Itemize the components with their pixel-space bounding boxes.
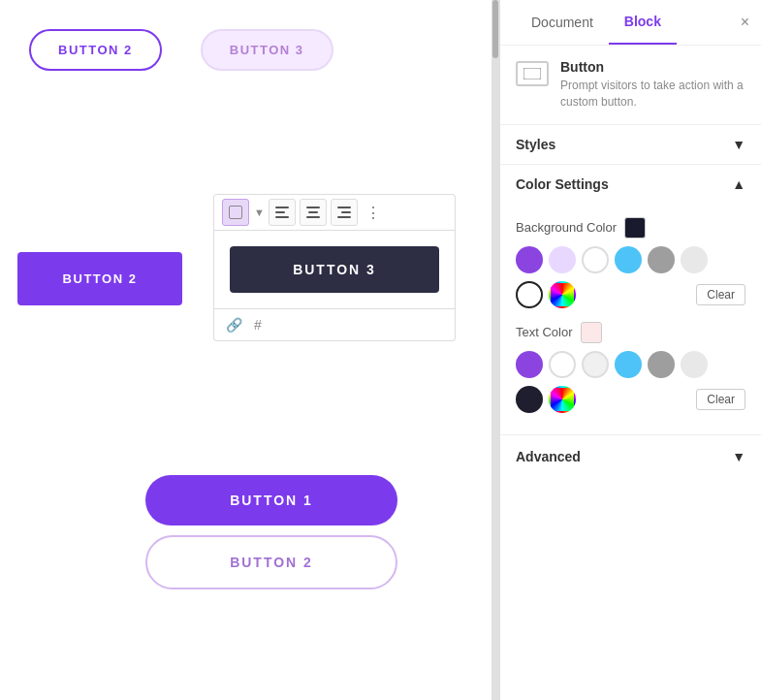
toolbar-dropdown-arrow[interactable]: ▼ — [254, 207, 265, 218]
panel-tabs: Document Block × — [500, 0, 761, 46]
bg-color-lavender[interactable] — [549, 246, 576, 273]
text-color-gray[interactable] — [648, 351, 675, 378]
advanced-chevron-icon: ▼ — [732, 449, 745, 464]
advanced-section-header[interactable]: Advanced ▼ — [500, 435, 761, 478]
left-sidebar-btn-wrap: BUTTON 2 — [17, 252, 182, 305]
block-description: Prompt visitors to take action with a cu… — [560, 78, 745, 111]
block-info-text: Button Prompt visitors to take action wi… — [560, 59, 745, 111]
editor-toolbar: ▼ ⋮ — [213, 194, 456, 230]
bg-color-swatch[interactable] — [624, 217, 646, 239]
styles-section-header[interactable]: Styles ▼ — [500, 125, 761, 165]
text-color-white[interactable] — [549, 351, 576, 378]
text-color-row-1 — [516, 351, 745, 378]
text-color-purple[interactable] — [516, 351, 543, 378]
styles-label: Styles — [516, 137, 555, 152]
text-color-rainbow[interactable] — [549, 386, 576, 413]
text-color-swatch[interactable] — [581, 322, 602, 343]
toolbar-align-left[interactable] — [269, 199, 296, 226]
toolbar-square-icon[interactable] — [222, 199, 249, 226]
hash-symbol: # — [254, 317, 262, 333]
block-icon — [516, 61, 549, 86]
bg-color-white[interactable] — [582, 246, 609, 273]
svg-rect-8 — [337, 216, 351, 218]
close-button[interactable]: × — [741, 14, 749, 31]
right-panel: Document Block × Button Prompt visitors … — [499, 0, 761, 700]
bg-color-lightgray[interactable] — [681, 246, 708, 273]
svg-rect-3 — [306, 207, 320, 208]
editor-footer: 🔗 # — [213, 309, 456, 341]
text-color-dark[interactable] — [516, 386, 543, 413]
bg-color-rainbow[interactable] — [549, 281, 576, 308]
svg-rect-1 — [275, 211, 285, 213]
text-color-offwhite[interactable] — [582, 351, 609, 378]
tab-block[interactable]: Block — [609, 0, 677, 45]
tab-document[interactable]: Document — [516, 1, 609, 44]
toolbar-align-right[interactable] — [331, 199, 358, 226]
block-info: Button Prompt visitors to take action wi… — [500, 46, 761, 125]
svg-rect-4 — [308, 211, 318, 213]
button2-outline-large[interactable]: BUTTON 2 — [145, 535, 397, 589]
text-color-row-2: Clear — [516, 386, 745, 413]
bg-color-gray[interactable] — [648, 246, 675, 273]
text-color-label: Text Color — [516, 322, 745, 343]
editor-block-wrap: ▼ ⋮ BUTTON 3 🔗 # — [213, 194, 456, 341]
svg-rect-6 — [337, 207, 351, 208]
toolbar-more-options[interactable]: ⋮ — [362, 201, 385, 224]
link-icon[interactable]: 🔗 — [226, 317, 242, 333]
editor-content: BUTTON 3 — [213, 230, 456, 309]
advanced-label: Advanced — [516, 449, 581, 464]
button2-outline[interactable]: BUTTON 2 — [29, 29, 162, 71]
button2-solid-left[interactable]: BUTTON 2 — [17, 252, 182, 305]
color-settings-label: Color Settings — [516, 176, 609, 192]
button1-purple-large[interactable]: BUTTON 1 — [145, 475, 397, 525]
svg-rect-9 — [523, 68, 541, 80]
bg-color-label: Background Color — [516, 217, 745, 239]
button3-dark[interactable]: BUTTON 3 — [230, 246, 439, 293]
color-settings-body: Background Color Clear Text Color — [500, 204, 761, 435]
button3-ghost[interactable]: BUTTON 3 — [201, 29, 333, 71]
canvas-area: BUTTON 2 BUTTON 3 BUTTON 2 ▼ ⋮ BUTTON — [0, 0, 499, 700]
scroll-thumb[interactable] — [492, 0, 498, 58]
top-buttons-row: BUTTON 2 BUTTON 3 — [0, 0, 499, 90]
svg-rect-0 — [275, 207, 289, 208]
text-clear-button[interactable]: Clear — [696, 389, 745, 410]
text-color-blue[interactable] — [615, 351, 642, 378]
svg-rect-7 — [341, 211, 351, 213]
block-title: Button — [560, 59, 745, 75]
toolbar-align-center[interactable] — [300, 199, 327, 226]
bg-color-blue[interactable] — [615, 246, 642, 273]
bg-clear-button[interactable]: Clear — [696, 284, 745, 305]
svg-rect-5 — [306, 216, 320, 218]
scrollbar[interactable] — [491, 0, 499, 700]
bg-color-row-1 — [516, 246, 745, 273]
bottom-buttons-wrap: BUTTON 1 BUTTON 2 — [145, 475, 397, 589]
color-settings-header[interactable]: Color Settings ▲ — [500, 165, 761, 204]
bg-color-black-outline[interactable] — [516, 281, 543, 308]
bg-color-purple[interactable] — [516, 246, 543, 273]
styles-chevron-icon: ▼ — [732, 137, 745, 152]
svg-rect-2 — [275, 216, 289, 218]
bg-color-row-2: Clear — [516, 281, 745, 308]
text-color-lightgray[interactable] — [681, 351, 708, 378]
color-settings-chevron-icon: ▲ — [732, 176, 745, 192]
